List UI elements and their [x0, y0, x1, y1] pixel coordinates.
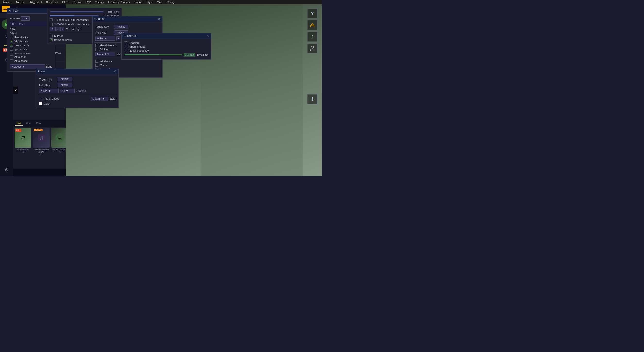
glow-body: Toggle Key NONE Hold Key NONE Allies ▼ A… [36, 74, 118, 108]
menu-sound[interactable]: Sound [132, 1, 144, 4]
carousel-item-3-name: 团队定位印花胶囊 [52, 149, 66, 151]
visible-only-checkbox[interactable]: ✓ [10, 40, 13, 43]
backtrack-title: Backtrack ✕ [122, 33, 211, 39]
glow-style-dropdown[interactable]: Default ▼ [91, 97, 108, 101]
glow-toggle-key[interactable]: NONE [58, 77, 72, 82]
between-shots-checkbox[interactable]: ✓ [50, 39, 53, 41]
scoped-only-checkbox[interactable]: ✓ [10, 44, 13, 47]
chams-title: Chams ✕ [92, 16, 162, 22]
backtrack-recoil-checkbox[interactable] [124, 49, 128, 52]
glow-health-row: Health based Default ▼ Style [38, 96, 116, 101]
max-aim-checkbox[interactable] [50, 19, 53, 22]
menu-aimbot[interactable]: Aimbot [1, 1, 13, 4]
rank-button[interactable] [308, 20, 317, 30]
glow-close[interactable]: ✕ [114, 70, 116, 73]
backtrack-popup: Backtrack ✕ Enabled Ignore smoke Recoil … [122, 33, 211, 60]
menu-misc[interactable]: Misc [155, 1, 164, 4]
antiaim-auto-scope-row: Auto scope [9, 59, 53, 63]
info-button[interactable]: ℹ [308, 94, 317, 104]
chams-blinking-checkbox[interactable] [96, 48, 98, 51]
min-damage-plus[interactable]: + [60, 27, 64, 31]
glow-hold-row: Hold Key NONE [38, 82, 116, 88]
chams-wireframe-checkbox[interactable] [96, 60, 98, 63]
glow-allies-dropdown[interactable]: Allies ▼ [39, 89, 58, 93]
chams-allies-prev[interactable]: ◀ [116, 37, 120, 40]
min-damage-value: 1 [50, 27, 56, 31]
menubar: Aimbot Anti aim Triggerbot Backtrack Glo… [0, 0, 322, 4]
carousel-thumb-1: 最新！ 🏷 [14, 128, 31, 148]
ignore-flash-checkbox[interactable] [10, 48, 13, 51]
chams-close[interactable]: ✕ [158, 17, 160, 21]
person-button[interactable] [308, 44, 317, 53]
menu-style[interactable]: Style [145, 1, 154, 4]
chams-cover-row: Cover [94, 63, 160, 67]
backtrack-body: Enabled Ignore smoke Recoil based fov 20… [122, 39, 211, 59]
backtrack-time-row: 200 ms Time limit [124, 53, 209, 57]
ignore-smoke-checkbox[interactable] [10, 52, 13, 55]
glow-toggle-row: Toggle Key NONE [38, 76, 116, 82]
carousel-item-1[interactable]: 最新！ 🏷 作战印花胶囊 ¥1 [14, 128, 31, 155]
glow-all-dropdown[interactable]: All ▼ [60, 89, 74, 93]
fov-slider[interactable] [50, 12, 104, 13]
chams-health-checkbox[interactable] [96, 44, 98, 47]
menu-config[interactable]: Config [165, 1, 176, 4]
backtrack-ignore-smoke-row: Ignore smoke [124, 45, 209, 49]
svg-text:🏷: 🏷 [58, 136, 62, 140]
backtrack-time-value: 200 ms [184, 53, 195, 57]
chams-cover-checkbox[interactable] [96, 64, 98, 67]
carousel-thumb-3: 🏷 [52, 128, 66, 148]
svg-text:🎵: 🎵 [39, 136, 44, 140]
carousel-item-2-name: StatTrak™ 递进音乐盒集 [33, 149, 50, 153]
chams-normal-dropdown[interactable]: Normal ▼ [96, 52, 115, 56]
glow-hold-key[interactable]: NONE [58, 83, 72, 87]
menu-visuals[interactable]: Visuals [93, 1, 106, 4]
backtrack-enabled-checkbox[interactable] [124, 41, 128, 44]
glow-color-row: Color [38, 101, 116, 106]
min-damage-stepper: 1 - + [50, 27, 64, 31]
backtrack-ignore-smoke-checkbox[interactable] [124, 45, 128, 48]
chams-allies-dropdown[interactable]: Allies ▼ [96, 36, 115, 41]
menu-esp[interactable]: ESP [84, 1, 93, 4]
launcher-footer [13, 169, 66, 176]
backtrack-enabled-row: Enabled [124, 41, 209, 45]
min-damage-minus[interactable]: - [56, 27, 60, 31]
menu-chams[interactable]: Chams [71, 1, 83, 4]
nearest-dropdown[interactable]: Nearest ▼ [10, 64, 45, 69]
carousel-tab-hot[interactable]: 热卖 [15, 121, 23, 126]
menu-antiaim[interactable]: Anti aim [14, 1, 27, 4]
backtrack-close[interactable]: ✕ [206, 34, 209, 38]
chams-toggle-key[interactable]: NONE [114, 25, 128, 29]
backtrack-time-slider[interactable] [124, 55, 182, 56]
carousel-item-3-sub: ¥1 [52, 151, 66, 153]
carousel-item-2[interactable]: StatTrak™ 🎵 StatTrak™ 递进音乐盒集 ¥1 [33, 128, 50, 155]
carousel-prev[interactable]: < [13, 87, 18, 94]
menu-inventory[interactable]: Inventory Changer [106, 1, 132, 4]
antiaim-key-dropdown[interactable]: d ▼ [21, 16, 30, 21]
friendly-fire-checkbox[interactable] [10, 36, 13, 39]
glow-color-swatch[interactable] [39, 102, 42, 105]
question-button-1[interactable]: ? [308, 9, 317, 18]
carousel-item-3[interactable]: 🏷 团队定位印花胶囊 ¥1 [52, 128, 66, 155]
carousel-area: 热卖 商店 市场 最新！ 🏷 作战印花 [13, 120, 66, 169]
auto-shot-checkbox[interactable] [10, 56, 13, 58]
glow-title: Glow ✕ [36, 69, 118, 74]
fov-slider-row: 0.00 Fov [49, 10, 120, 14]
carousel-item-1-sub: ¥1 [14, 151, 31, 153]
menu-backtrack[interactable]: Backtrack [44, 1, 60, 4]
glow-allies-row: Allies ▼ All ▼ Enabled [38, 88, 116, 94]
carousel-items: 最新！ 🏷 作战印花胶囊 ¥1 StatTrak™ [13, 127, 66, 157]
menu-glow[interactable]: Glow [60, 1, 70, 4]
smooth-slider[interactable] [50, 15, 99, 16]
killshot-checkbox[interactable] [50, 35, 53, 38]
menu-triggerbot[interactable]: Triggerbot [28, 1, 44, 4]
glow-health-checkbox[interactable] [39, 97, 42, 100]
carousel-item-1-name: 作战印花胶囊 [14, 149, 31, 151]
max-shot-checkbox[interactable] [50, 23, 53, 26]
carousel-item-2-sub: ¥1 [33, 153, 50, 155]
auto-scope-checkbox[interactable] [10, 59, 13, 62]
carousel-tab-market[interactable]: 市场 [34, 121, 42, 126]
sidebar-power-icon[interactable]: ⏻ [2, 165, 11, 174]
question-button-2[interactable]: ? [308, 32, 317, 42]
carousel-tabs: 热卖 商店 市场 [13, 120, 66, 127]
carousel-tab-shop[interactable]: 商店 [25, 121, 32, 126]
